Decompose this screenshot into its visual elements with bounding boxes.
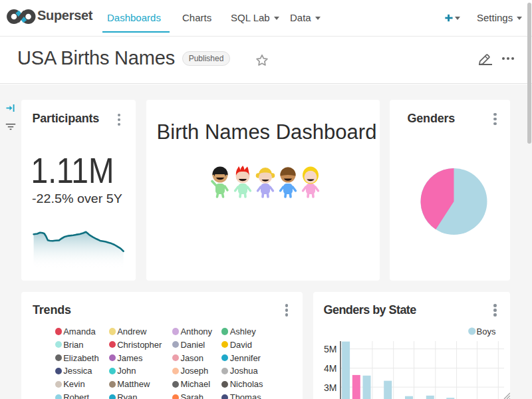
svg-text:-22.5% over 5Y: -22.5% over 5Y <box>32 192 122 205</box>
svg-text:5M: 5M <box>324 344 336 354</box>
svg-text:3M: 3M <box>324 382 336 393</box>
svg-text:Boys: Boys <box>477 327 496 336</box>
svg-text:1.11M: 1.11M <box>31 150 114 190</box>
svg-text:4M: 4M <box>324 363 336 374</box>
